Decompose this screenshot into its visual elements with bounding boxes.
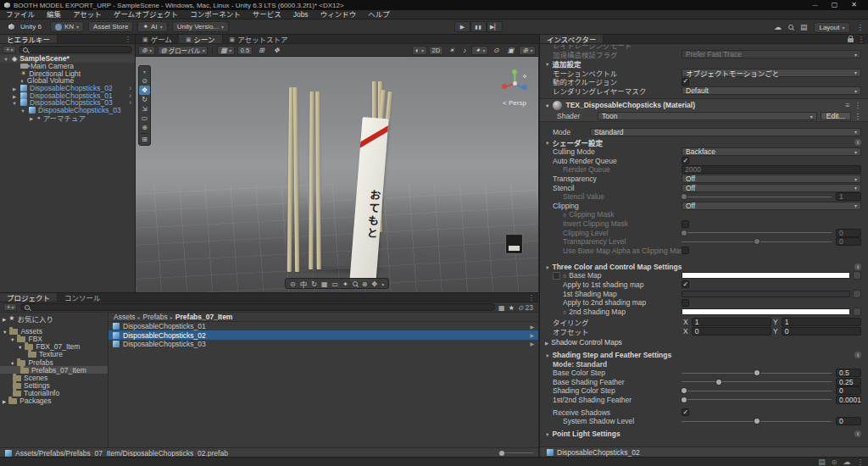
scene-visibility-toggle[interactable] [490,46,503,55]
tree-item-texture[interactable]: Texture [0,351,108,358]
gizmos-dropdown[interactable] [519,46,536,55]
transform-tool-icon[interactable] [139,123,150,132]
minimize-button[interactable] [813,0,818,10]
offset-x-field[interactable]: 0 [692,327,771,336]
expand-arrow-icon[interactable] [530,324,534,330]
invert-clipping-mask-checkbox[interactable] [682,220,689,228]
overlay-rect-icon[interactable] [331,280,338,288]
y-axis-handle[interactable] [512,69,517,75]
file-item-chopsticks-03[interactable]: DisposableChopsticks_03 [108,340,538,348]
overlay-collapse-icon[interactable] [139,67,150,76]
custom-tool-icon[interactable] [139,135,150,144]
layers-icon[interactable] [800,23,808,31]
gizmo-center[interactable] [513,81,517,86]
overlay-fx-icon[interactable] [342,280,348,288]
hierarchy-add-button[interactable] [3,46,16,53]
tab-inspector[interactable]: インスペクター [540,35,604,43]
three-color-header[interactable]: Three Color and Control Map Settings [540,262,868,271]
tab-console[interactable]: コンソール [58,293,108,302]
base-shading-feather-field[interactable]: 0.25 [836,378,861,386]
version-control-button[interactable]: Unity Versio... [172,21,229,32]
prefab-open-arrow[interactable] [129,98,135,107]
receive-shadows-checkbox[interactable] [682,408,689,416]
overlay-search-icon[interactable] [353,281,358,286]
rendering-layer-mask-dropdown[interactable]: Default [682,86,861,95]
progress-menu-icon[interactable] [857,458,865,466]
use-base-alpha-checkbox[interactable] [682,247,689,254]
scene-viewport[interactable]: おてもと < Persp 中 [136,57,538,292]
menu-help[interactable]: ヘルプ [362,10,396,19]
base-map-color-swatch[interactable] [682,272,850,279]
saved-search-icon[interactable] [509,303,515,312]
x-axis-handle[interactable] [502,84,507,89]
sf-feather-slider[interactable] [682,396,832,404]
foldout-arrow[interactable] [18,342,22,351]
tab-hierarchy[interactable]: ヒエラルキー [0,35,58,43]
system-shadow-level-field[interactable]: 0 [836,417,861,425]
menu-services[interactable]: サービス [247,10,287,19]
view-tool-icon[interactable] [139,76,150,86]
move-tool-icon[interactable] [139,86,150,95]
help-icon[interactable] [854,139,861,146]
breadcrumb-current[interactable]: Prefabs_07_Item [175,313,233,321]
overlay-move-icon[interactable] [371,280,377,288]
tree-item-favorites[interactable]: お気に入り [0,314,108,322]
material-menu-icon[interactable] [854,101,862,109]
layout-dropdown[interactable]: Layout [814,22,849,33]
console-log-icon[interactable] [818,458,826,466]
render-queue-field[interactable]: 2000 [682,165,861,174]
scene-lighting-toggle[interactable] [445,46,458,55]
2d-toggle[interactable]: 2D [429,46,444,55]
menu-edit[interactable]: 編集 [41,10,67,19]
overlay-center-label[interactable]: 中 [300,279,308,289]
shadow-control-maps-foldout[interactable]: Shadow Control Maps [540,337,868,347]
camera-settings-button[interactable] [504,46,518,55]
activity-icon[interactable] [832,458,837,466]
menu-jobs[interactable]: Jobs [287,10,314,19]
presets-icon[interactable] [846,101,850,109]
chopstick-model[interactable] [293,87,299,272]
asset-store-button[interactable]: Asset Store [88,21,133,32]
tree-item-packages[interactable]: Packages [0,397,108,405]
shading-color-step-slider[interactable] [682,386,832,395]
hierarchy-search-input[interactable] [19,46,132,53]
draw-mode-dropdown[interactable] [412,46,427,55]
foldout-arrow[interactable] [3,54,9,63]
transparency-level-field[interactable]: 0 [836,237,861,246]
overlay-grid-icon[interactable] [321,280,328,288]
tree-item-tutorialinfo[interactable]: TutorialInfo [0,390,108,397]
panel-menu-icon[interactable] [125,35,136,43]
lock-icon[interactable] [848,38,854,42]
culling-mode-dropdown[interactable]: Backface [682,147,861,156]
grid-snap-dropdown[interactable] [217,46,235,55]
search-icon[interactable] [788,25,793,30]
tree-item-assets[interactable]: Assets [0,327,108,335]
shader-edit-button[interactable]: Edit... [821,112,851,120]
scene-orientation-gizmo[interactable] [498,67,531,99]
menu-file[interactable]: ファイル [0,10,41,19]
account-button[interactable]: KN [50,21,84,32]
project-add-button[interactable] [3,303,17,311]
tab-project[interactable]: プロジェクト [0,293,58,302]
hidden-packages-count[interactable]: 23 [518,303,535,312]
foldout-arrow[interactable] [10,358,14,367]
menu-component[interactable]: コンポーネント [184,10,247,19]
foldout-arrow[interactable] [10,335,14,343]
snap-toggle[interactable] [255,46,268,55]
stencil-value-slider[interactable] [682,192,832,201]
tab-asset-store[interactable]: アセットストア [223,35,295,43]
breadcrumb-prefabs[interactable]: Prefabs [143,313,168,321]
pause-button[interactable] [470,21,487,32]
overflow-menu-icon[interactable] [857,23,865,31]
base-color-step-field[interactable]: 0.5 [836,369,861,377]
tiling-x-field[interactable]: 1 [692,318,771,326]
rect-tool-icon[interactable] [139,114,150,123]
rotate-tool-icon[interactable] [139,95,150,104]
dynamic-occlusion-checkbox[interactable] [682,78,689,86]
apply-2nd-shading-checkbox[interactable] [682,299,689,307]
scale-tool-icon[interactable] [139,104,150,114]
overlay-more-icon[interactable] [381,280,384,288]
shader-menu-icon[interactable] [854,112,862,120]
sf-feather-field[interactable]: 0.0001 [836,396,861,404]
acceleration-structure-dropdown[interactable]: Prefer Fast Trace [682,50,861,58]
